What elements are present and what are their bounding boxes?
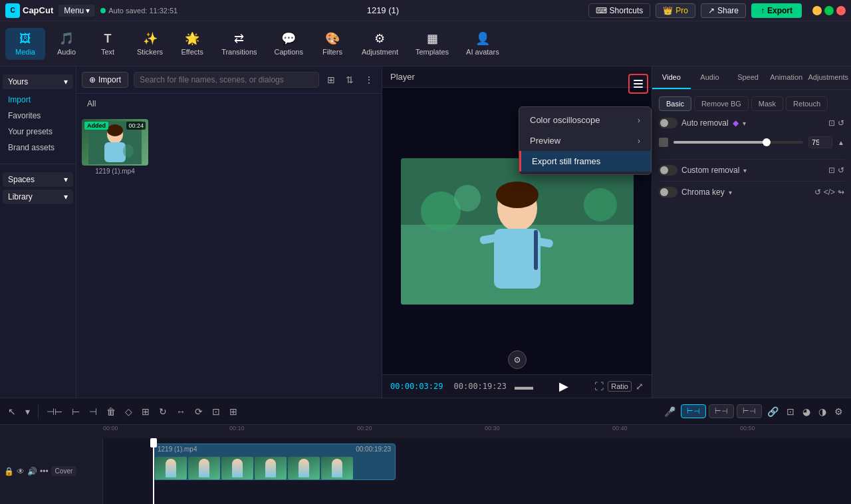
left-menu-brand-assets[interactable]: Brand assets: [0, 140, 76, 156]
toolbar-item-media[interactable]: 🖼 Media: [5, 28, 45, 60]
trim-right-button[interactable]: ⊣: [86, 405, 100, 418]
import-button[interactable]: ⊕ Import: [82, 72, 128, 88]
slider-track[interactable]: [673, 141, 803, 144]
sub-tab-basic[interactable]: Basic: [659, 96, 691, 111]
sub-tab-retouch[interactable]: Retouch: [786, 96, 828, 111]
flip-h-button[interactable]: ↔: [174, 405, 188, 418]
cover-label[interactable]: Cover: [51, 466, 77, 476]
menu-button[interactable]: Menu ▾: [59, 5, 95, 17]
tab-animation[interactable]: Animation: [767, 66, 806, 89]
track-lock-icon[interactable]: 🔒: [4, 467, 14, 476]
media-thumbnail[interactable]: Added 00:24: [82, 119, 148, 166]
ripple-mode-button[interactable]: ⊢⊣: [709, 404, 734, 418]
media-filename: 1219 (1).mp4: [82, 168, 148, 175]
export-button[interactable]: ↑ Export: [751, 3, 802, 18]
library-dropdown[interactable]: Library ▾: [3, 189, 73, 204]
toolbar-item-ai-avatars[interactable]: 👤 AI avatars: [458, 27, 507, 60]
slider-value-input[interactable]: [808, 136, 832, 148]
left-menu-favorites[interactable]: Favorites: [0, 108, 76, 124]
chroma-key-toggle[interactable]: [659, 187, 677, 197]
all-filter-label[interactable]: All: [82, 96, 101, 111]
grid-view-button[interactable]: ⊞: [324, 73, 338, 86]
toolbar-item-captions[interactable]: 💬 Captions: [267, 27, 311, 60]
toolbar-item-templates[interactable]: ▦ Templates: [408, 27, 457, 60]
shortcuts-button[interactable]: ⌨ Shortcuts: [588, 3, 651, 18]
select-dropdown-button[interactable]: ▾: [23, 405, 33, 418]
slider-stepper-up[interactable]: ▲: [838, 139, 844, 146]
zoom-in-button[interactable]: ⊞: [227, 405, 240, 418]
dropdown-item-export-still-frames[interactable]: Export still frames: [519, 151, 651, 172]
slider-thumb[interactable]: [763, 138, 771, 146]
dropdown-item-preview[interactable]: Preview ›: [519, 130, 651, 151]
keyboard-icon: ⌨: [596, 6, 607, 15]
track-more-icon[interactable]: •••: [40, 467, 49, 476]
minimize-button[interactable]: [812, 6, 822, 15]
tab-video[interactable]: Video: [652, 66, 691, 89]
match-cut-button[interactable]: ⊡: [784, 404, 797, 418]
toolbar-item-adjustment[interactable]: ⚙ Adjustment: [354, 27, 406, 60]
hamburger-button[interactable]: [628, 74, 648, 94]
dropdown-item-color-oscilloscope[interactable]: Color oscilloscope ›: [519, 110, 651, 130]
delete-button[interactable]: 🗑: [104, 405, 118, 418]
toolbar-item-filters[interactable]: 🎨 Filters: [312, 27, 352, 60]
tab-speed[interactable]: Speed: [729, 66, 767, 89]
custom-removal-toggle[interactable]: [659, 165, 677, 176]
auto-removal-toggle[interactable]: [659, 118, 677, 128]
select-tool-button[interactable]: ↖: [5, 405, 19, 418]
track-audio-icon[interactable]: 🔊: [27, 467, 37, 476]
yours-dropdown[interactable]: Yours ▾: [3, 74, 73, 89]
sub-tab-mask[interactable]: Mask: [751, 96, 783, 111]
fit-button[interactable]: ⛶: [594, 381, 604, 392]
toolbar-item-text[interactable]: T Text: [88, 28, 128, 60]
maximize-button[interactable]: [824, 6, 834, 15]
record-audio-button[interactable]: 🎤: [662, 404, 678, 418]
crop-button[interactable]: ⊡: [209, 405, 223, 418]
auto-removal-reset-icon[interactable]: ↺: [838, 118, 844, 128]
rotate-button[interactable]: ⟳: [192, 405, 205, 418]
color-match-button[interactable]: ◕: [800, 404, 813, 418]
timeline-tracks: 🔒 👁 🔊 ••• Cover 1219 (1).mp4 00:00:19:23: [0, 438, 851, 504]
freeze-button[interactable]: ⊞: [139, 405, 152, 418]
spaces-dropdown[interactable]: Spaces ▾: [3, 172, 73, 187]
tab-audio[interactable]: Audio: [691, 66, 729, 89]
track-visibility-icon[interactable]: 👁: [17, 467, 25, 476]
share-button[interactable]: ↗ Share: [701, 3, 746, 18]
toolbar-item-effects[interactable]: 🌟 Effects: [172, 27, 212, 60]
adjustment-label: Adjustment: [362, 48, 398, 56]
fullscreen-button[interactable]: ⤢: [636, 381, 644, 392]
loop-button[interactable]: ↻: [156, 405, 170, 418]
toolbar-item-transitions[interactable]: ⇄ Transitions: [213, 27, 265, 60]
custom-removal-copy-icon[interactable]: ⊡: [828, 166, 835, 175]
context-dropdown-menu: Color oscilloscope › Preview › Export st…: [519, 106, 652, 175]
opacity-button[interactable]: ◑: [816, 404, 829, 418]
tab-adjustments[interactable]: Adjustments: [806, 66, 852, 89]
left-menu-your-presets[interactable]: Your presets: [0, 124, 76, 140]
export-icon: ↑: [761, 6, 765, 15]
toolbar-item-audio[interactable]: 🎵 Audio: [47, 27, 86, 60]
keyframe-button[interactable]: ◇: [122, 405, 135, 418]
close-button[interactable]: [836, 6, 846, 15]
auto-removal-copy-icon[interactable]: ⊡: [828, 118, 835, 128]
play-button[interactable]: ▶: [559, 379, 568, 394]
timeline-settings-button[interactable]: ⚙: [832, 404, 846, 418]
pro-button[interactable]: 👑 Pro: [656, 3, 695, 18]
media-search-input[interactable]: [134, 72, 319, 88]
chroma-key-expand-icon: ▾: [729, 189, 732, 196]
toolbar-item-stickers[interactable]: ✨ Stickers: [129, 27, 171, 60]
chroma-key-code-icon[interactable]: </>: [824, 188, 835, 197]
ratio-button[interactable]: Ratio: [608, 381, 632, 392]
sort-button[interactable]: ⇅: [343, 73, 356, 86]
custom-removal-reset-icon[interactable]: ↺: [838, 166, 844, 175]
chroma-key-undo-icon[interactable]: ↺: [814, 188, 821, 197]
link-mode-button[interactable]: ⊢⊣: [737, 404, 762, 418]
detach-audio-button[interactable]: 🔗: [765, 404, 781, 418]
chroma-key-copy-icon[interactable]: ↬: [838, 188, 844, 197]
trim-mode-button[interactable]: ⊢⊣: [681, 404, 706, 418]
playhead[interactable]: [153, 438, 154, 504]
video-clip[interactable]: 1219 (1).mp4 00:00:19:23: [153, 443, 396, 480]
trim-left-button[interactable]: ⊢: [69, 405, 82, 418]
filter-button[interactable]: ⋮: [362, 73, 376, 86]
split-button[interactable]: ⊣⊢: [44, 405, 65, 418]
sub-tab-remove-bg[interactable]: Remove BG: [694, 96, 749, 111]
left-menu-import[interactable]: Import: [0, 92, 76, 108]
